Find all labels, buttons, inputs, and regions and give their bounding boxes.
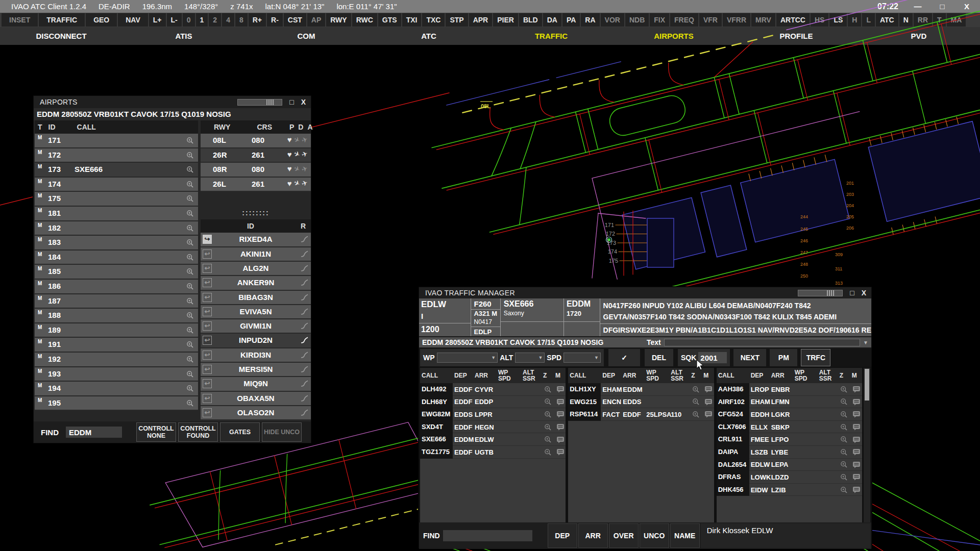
- route-display-toggle[interactable]: [300, 365, 309, 375]
- chevron-down-icon[interactable]: ▼: [491, 355, 496, 360]
- message-traffic[interactable]: [702, 411, 714, 418]
- route-display-toggle[interactable]: [300, 336, 309, 346]
- station-row-171[interactable]: M 171: [35, 134, 198, 148]
- route-curve-icon[interactable]: [300, 379, 309, 388]
- traffic-row-rsp6114[interactable]: RSP6114 FACT EDDF 25LPSA 110: [568, 408, 714, 421]
- procedure-row-miq9n[interactable]: ↩ MIQ9N: [201, 377, 311, 391]
- magnifier-icon[interactable]: [840, 436, 848, 443]
- magnifier-icon[interactable]: [840, 473, 848, 481]
- message-traffic[interactable]: [554, 411, 566, 418]
- message-icon[interactable]: [852, 423, 861, 431]
- text-dropdown[interactable]: Text ▼: [647, 338, 871, 346]
- maximize-icon[interactable]: □: [850, 289, 854, 297]
- scrollbar-thumb[interactable]: [865, 369, 869, 400]
- route-curve-icon[interactable]: [300, 350, 309, 359]
- dep-filter-button[interactable]: DEP: [548, 523, 577, 548]
- traffic-row-sxd4t[interactable]: SXD4T EDDF HEGN: [420, 421, 566, 434]
- magnifier-icon[interactable]: [186, 356, 194, 363]
- zoom-to-traffic[interactable]: [838, 448, 850, 456]
- traffic-row-dlh68y[interactable]: DLH68Y EDDF EDDP: [420, 396, 566, 409]
- message-icon[interactable]: [852, 448, 861, 456]
- message-icon[interactable]: [852, 411, 861, 418]
- airports-window-titlebar[interactable]: AIRPORTS □ X: [34, 96, 311, 108]
- message-traffic[interactable]: [702, 398, 714, 406]
- station-row-188[interactable]: M 188: [35, 309, 198, 323]
- route-curve-icon[interactable]: [300, 307, 309, 316]
- runway-row-26l[interactable]: 26L 261 ♥ ✈ ✈: [201, 178, 311, 192]
- message-icon[interactable]: [852, 486, 861, 493]
- magnifier-icon[interactable]: [840, 461, 848, 468]
- magnifier-icon[interactable]: [186, 399, 194, 407]
- station-row-194[interactable]: M 194: [35, 382, 198, 396]
- route-display-toggle[interactable]: [300, 264, 309, 274]
- zoom-to-traffic[interactable]: [542, 398, 554, 406]
- magnifier-icon[interactable]: [840, 411, 848, 418]
- magnifier-icon[interactable]: [186, 312, 194, 319]
- message-traffic[interactable]: [850, 473, 862, 481]
- magnifier-icon[interactable]: [186, 370, 194, 378]
- zoom-to-station[interactable]: [186, 356, 194, 365]
- zoom-to-station[interactable]: [186, 254, 194, 263]
- find-input[interactable]: [66, 427, 122, 438]
- message-icon[interactable]: [852, 473, 861, 481]
- route-display-toggle[interactable]: [300, 350, 309, 361]
- traffic-row-ewg82m[interactable]: EWG82M EDDS LPPR: [420, 408, 566, 421]
- magnifier-icon[interactable]: [186, 385, 194, 392]
- text-dropdown-box[interactable]: [664, 339, 860, 346]
- traffic-row-crl911[interactable]: CRL911 FMEE LFPO: [717, 433, 862, 446]
- traffic-row-ewg215[interactable]: EWG215 ENCN EDDS: [568, 396, 714, 409]
- message-traffic[interactable]: [850, 386, 862, 393]
- route-curve-icon[interactable]: [300, 394, 309, 403]
- magnifier-icon[interactable]: [186, 195, 194, 203]
- procedure-row-mersi5n[interactable]: ↩ MERSI5N: [201, 363, 311, 377]
- zoom-to-traffic[interactable]: [838, 436, 850, 443]
- preferred-heart-icon[interactable]: ♥: [287, 135, 292, 144]
- magnifier-icon[interactable]: [186, 297, 194, 305]
- message-traffic[interactable]: [850, 436, 862, 443]
- zoom-to-traffic[interactable]: [542, 448, 554, 456]
- zoom-to-traffic[interactable]: [838, 398, 850, 406]
- zoom-to-station[interactable]: [186, 166, 194, 176]
- magnifier-icon[interactable]: [840, 486, 848, 494]
- zoom-to-traffic[interactable]: [838, 423, 850, 431]
- magnifier-icon[interactable]: [186, 181, 194, 188]
- station-row-195[interactable]: M 195: [35, 396, 198, 411]
- traffic-row-daipa[interactable]: DAIPA LSZB LYBE: [717, 446, 862, 459]
- route-display-toggle[interactable]: [300, 379, 309, 390]
- zoom-to-station[interactable]: [186, 181, 194, 190]
- traffic-row-dfras[interactable]: DFRAS LOWK LDZD: [717, 471, 862, 484]
- runway-row-08r[interactable]: 08R 080 ♥ ✈ ✈: [201, 163, 311, 178]
- chevron-down-icon[interactable]: ▼: [594, 355, 599, 360]
- slider-thumb-icon[interactable]: [827, 290, 835, 296]
- message-icon[interactable]: [556, 423, 565, 431]
- chevron-down-icon[interactable]: ▼: [863, 340, 868, 345]
- arrival-plane-icon[interactable]: ✈: [301, 149, 309, 159]
- controll-found-button[interactable]: CONTROLL FOUND: [178, 422, 218, 442]
- zoom-to-traffic[interactable]: [838, 473, 850, 481]
- route-curve-icon[interactable]: [300, 264, 309, 272]
- message-traffic[interactable]: [850, 411, 862, 418]
- arrival-plane-icon[interactable]: ✈: [301, 179, 309, 188]
- station-row-184[interactable]: M 184: [35, 251, 198, 265]
- arrival-plane-icon[interactable]: ✈: [301, 164, 309, 173]
- traffic-list-scrollbar[interactable]: [864, 368, 870, 522]
- magnifier-icon[interactable]: [186, 224, 194, 232]
- procedure-row-obaxa5n[interactable]: ↩ OBAXA5N: [201, 392, 311, 406]
- message-traffic[interactable]: [554, 448, 566, 456]
- magnifier-icon[interactable]: [692, 411, 700, 418]
- magnifier-icon[interactable]: [544, 436, 552, 443]
- runway-row-26r[interactable]: 26R 261 ♥ ✈ ✈: [201, 148, 311, 163]
- magnifier-icon[interactable]: [692, 386, 700, 393]
- station-row-185[interactable]: M 185: [35, 265, 198, 280]
- route-curve-icon[interactable]: [300, 249, 309, 258]
- zoom-to-traffic[interactable]: [838, 411, 850, 418]
- message-traffic[interactable]: [554, 386, 566, 393]
- message-icon[interactable]: [704, 411, 713, 418]
- traffic-row-sxe666[interactable]: SXE666 EDDM EDLW: [420, 433, 566, 446]
- message-traffic[interactable]: [850, 398, 862, 406]
- gates-button[interactable]: GATES: [220, 422, 260, 442]
- message-icon[interactable]: [852, 461, 861, 468]
- traffic-row-dhk456[interactable]: DHK456 EIDW LZIB: [717, 484, 862, 496]
- magnifier-icon[interactable]: [544, 411, 552, 418]
- zoom-to-station[interactable]: [186, 239, 194, 248]
